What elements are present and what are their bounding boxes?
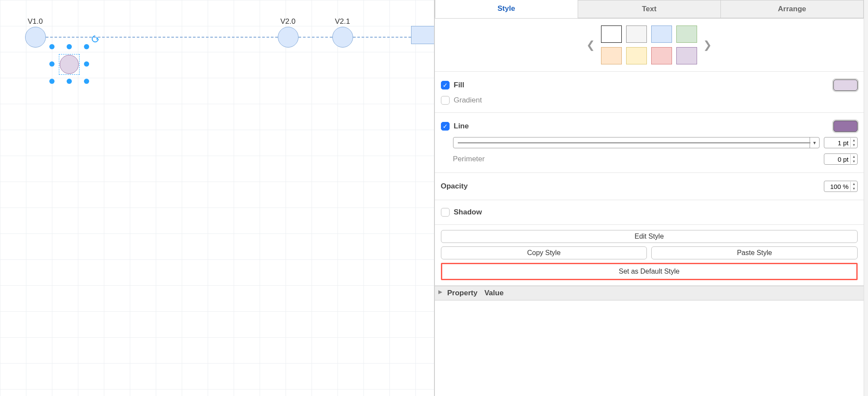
opacity-value[interactable] (824, 183, 850, 190)
resize-handle-n[interactable] (67, 44, 72, 49)
opacity-input[interactable]: ▲▼ (824, 181, 858, 192)
swatch-next[interactable]: ❯ (701, 39, 714, 51)
edge-v20-v21[interactable] (299, 37, 332, 38)
resize-handle-ne[interactable] (84, 44, 89, 49)
resize-handle-sw[interactable] (49, 79, 55, 84)
node-label-v20: V2.0 (280, 17, 296, 26)
resize-handle-s[interactable] (67, 79, 72, 84)
opacity-up[interactable]: ▲ (851, 182, 857, 186)
line-width-up[interactable]: ▲ (851, 138, 857, 143)
resize-handle-nw[interactable] (49, 44, 55, 49)
shadow-checkbox[interactable] (441, 208, 450, 217)
fill-color[interactable] (833, 80, 858, 91)
props-col-value[interactable]: Value (481, 286, 507, 300)
fill-label: Fill (454, 81, 829, 89)
rotate-handle[interactable] (90, 34, 100, 44)
perimeter-down[interactable]: ▼ (851, 159, 857, 164)
selected-node[interactable] (60, 55, 79, 74)
tab-arrange[interactable]: Arrange (720, 0, 864, 18)
perimeter-up[interactable]: ▲ (851, 154, 857, 159)
line-width-value[interactable] (824, 139, 850, 147)
line-width-input[interactable]: ▲▼ (824, 137, 858, 148)
perimeter-input[interactable]: ▲▼ (824, 153, 858, 165)
swatch-blue[interactable] (651, 26, 672, 43)
resize-handle-w[interactable] (49, 61, 55, 67)
node-label-v21: V2.1 (335, 17, 350, 26)
style-swatches: ❮ ❯ (435, 19, 864, 72)
line-label: Line (454, 122, 829, 131)
resize-handle-se[interactable] (84, 79, 89, 84)
swatch-orange[interactable] (601, 47, 622, 64)
canvas[interactable]: V1.0 V2.0 V2.1 Master (0, 0, 434, 396)
copy-style-button[interactable]: Copy Style (441, 246, 647, 259)
node-label-v10: V1.0 (28, 17, 43, 26)
set-default-style-button[interactable]: Set as Default Style (443, 265, 856, 278)
property-table: ▶ Property Value (435, 286, 864, 300)
gradient-checkbox[interactable] (441, 96, 450, 105)
line-width-down[interactable]: ▼ (851, 143, 857, 147)
paste-style-button[interactable]: Paste Style (651, 246, 858, 259)
opacity-label: Opacity (441, 182, 820, 191)
gradient-label: Gradient (454, 96, 858, 105)
line-style-select[interactable]: ▼ (453, 137, 820, 148)
swatch-green[interactable] (676, 26, 697, 43)
swatch-white[interactable] (601, 26, 622, 43)
resize-handle-e[interactable] (84, 61, 89, 67)
swatch-gray[interactable] (626, 26, 647, 43)
node-master[interactable]: Master (411, 26, 434, 44)
format-sidebar: Style Text Arrange ❮ ❯ ✓ Fill Gradient ✓… (434, 0, 864, 396)
tab-style[interactable]: Style (435, 0, 578, 18)
props-collapse-icon[interactable]: ▶ (435, 286, 444, 300)
edge-v21-master[interactable] (353, 37, 411, 38)
node-v21[interactable] (332, 27, 353, 48)
perimeter-label: Perimeter (441, 155, 820, 163)
edge-v10-v20[interactable] (46, 37, 278, 38)
line-checkbox[interactable]: ✓ (441, 122, 450, 131)
node-v10[interactable] (25, 27, 46, 48)
line-color[interactable] (833, 121, 858, 132)
sidebar-scrollbar[interactable] (864, 0, 868, 396)
format-tabs: Style Text Arrange (435, 0, 864, 19)
swatch-yellow[interactable] (626, 47, 647, 64)
perimeter-value[interactable] (824, 156, 850, 163)
swatch-red[interactable] (651, 47, 672, 64)
tab-text[interactable]: Text (578, 0, 720, 18)
shadow-label: Shadow (454, 208, 858, 217)
node-v20[interactable] (278, 27, 299, 48)
swatch-prev[interactable]: ❮ (585, 39, 597, 51)
fill-checkbox[interactable]: ✓ (441, 81, 450, 89)
opacity-down[interactable]: ▼ (851, 186, 857, 191)
default-style-highlight: Set as Default Style (441, 263, 858, 280)
props-col-property[interactable]: Property (444, 286, 481, 300)
swatch-purple[interactable] (676, 47, 697, 64)
edit-style-button[interactable]: Edit Style (441, 230, 858, 243)
